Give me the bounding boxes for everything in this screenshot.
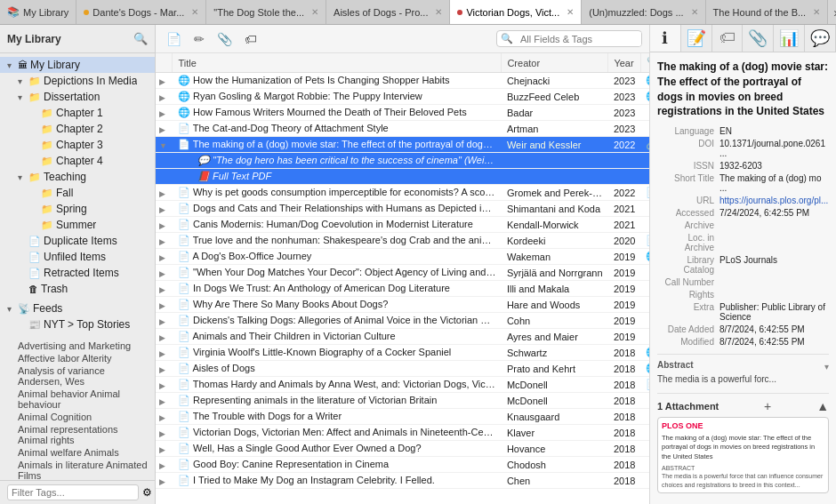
tab-overflow-btn[interactable]: › [828,5,836,20]
tag-item[interactable]: Animal welfare Animals [0,446,155,459]
tree-toggle[interactable]: ▾ [18,92,28,102]
row-title[interactable]: 📄 Thomas Hardy and Animals by Anna West,… [173,377,502,393]
table-row[interactable]: ▶ 📄 Dickens's Talking Dogs: Allegories o… [156,313,649,329]
table-row[interactable]: ▶ 📄 Dogs and Cats and Their Relationship… [156,201,649,217]
row-expand[interactable]: ▶ [156,265,173,281]
table-row[interactable]: ▶ 📄 Thomas Hardy and Animals by Anna Wes… [156,377,649,393]
table-row[interactable]: ▶ 📄 Good Boy: Canine Representation in C… [156,457,649,473]
sidebar-item-chapter1[interactable]: 📁 Chapter 1 [0,105,155,121]
row-title[interactable]: 🌐 How the Humanization of Pets Is Changi… [173,73,502,89]
sidebar-item-feeds[interactable]: ▾ 📡 Feeds [0,300,155,316]
tree-toggle[interactable]: ▾ [7,60,18,70]
tab-victorian-dogs[interactable]: Victorian Dogs, Vict... ✕ [450,0,582,25]
sidebar-item-summer[interactable]: 📁 Summer [0,217,155,233]
row-expand[interactable]: ▶ [156,409,173,425]
row-title[interactable]: 📄 Virginia Woolf's Little-Known Biograph… [173,345,502,361]
filter-settings-icon[interactable]: ⚙ [142,486,152,499]
row-expand[interactable]: ▼ [156,137,173,153]
table-row[interactable]: ▶ 📄 The Cat-and-Dog Theory of Attachment… [156,121,649,137]
row-expand[interactable]: ▶ [156,185,173,201]
tab-close[interactable]: ✕ [813,7,820,17]
attachment-add-btn[interactable]: + [764,399,771,413]
sidebar-item-fall[interactable]: 📁 Fall [0,185,155,201]
row-title[interactable]: 🌐 How Famous Writers Mourned the Death o… [173,105,502,121]
table-row[interactable]: ▶ 📄 In Dogs We Trust: An Anthology of Am… [156,281,649,297]
table-row[interactable]: 📕 Full Text PDF [156,169,649,185]
row-expand[interactable]: ▶ [156,473,173,489]
table-row[interactable]: ▶ 📄 A Dog's Box-Office Journey Wakeman 2… [156,249,649,265]
row-expand[interactable]: ▶ [156,89,173,105]
table-row[interactable]: ▼ 📄 The making of a (dog) movie star: Th… [156,137,649,153]
tab-dog-stole[interactable]: "The Dog Stole the... ✕ [206,0,326,25]
table-row[interactable]: ▶ 📄 Animals and Their Children in Victor… [156,329,649,345]
sidebar-item-spring[interactable]: 📁 Spring [0,201,155,217]
row-expand[interactable]: ▶ [156,345,173,361]
row-expand[interactable]: ▶ [156,217,173,233]
row-title[interactable]: 📄 "When Your Dog Matches Your Decor": Ob… [173,265,502,281]
table-row[interactable]: ▶ 📄 Why Are There So Many Books About Do… [156,297,649,313]
row-title[interactable]: 📕 Full Text PDF [173,169,502,185]
row-expand[interactable]: ▶ [156,329,173,345]
tab-close[interactable]: ✕ [435,7,442,17]
tab-hound[interactable]: The Hound of the B... ✕ [706,0,829,25]
tab-close[interactable]: ✕ [191,7,198,17]
tab-unmuzzled[interactable]: (Un)muzzled: Dogs ... ✕ [582,0,705,25]
table-row[interactable]: ▶ 📄 True love and the nonhuman: Shakespe… [156,233,649,249]
tree-toggle[interactable]: ▾ [7,304,18,314]
row-title[interactable]: 📄 I Tried to Make My Dog an Instagram Ce… [173,473,502,489]
sidebar-item-my-library[interactable]: ▾ 🏛 My Library [0,57,155,73]
row-title[interactable]: 📄 Canis Modernis: Human/Dog Coevolution … [173,217,502,233]
table-row[interactable]: ▶ 🌐 How Famous Writers Mourned the Death… [156,105,649,121]
sidebar-item-duplicates[interactable]: 📄 Duplicate Items [0,233,155,249]
search-input[interactable] [517,32,641,46]
row-expand[interactable]: ▶ [156,377,173,393]
row-title[interactable]: 📄 Well, Has a Single Good Author Ever Ow… [173,441,502,457]
table-row[interactable]: ▶ 📄 Victorian Dogs, Victorian Men: Affec… [156,425,649,441]
table-row[interactable]: ▶ 📄 The Trouble with Dogs for a Writer K… [156,409,649,425]
table-row[interactable]: ▶ 📄 I Tried to Make My Dog an Instagram … [156,473,649,489]
row-title[interactable]: 📄 Animals and Their Children in Victoria… [173,329,502,345]
row-title[interactable]: 📄 True love and the nonhuman: Shakespear… [173,233,502,249]
sidebar-item-teaching[interactable]: ▾ 📁 Teaching [0,169,155,185]
tag-btn[interactable]: 🏷 [241,30,261,48]
tree-toggle[interactable]: ▾ [18,172,28,182]
tab-my-library[interactable]: 📚 My Library [0,0,76,25]
col-title-header[interactable]: Title [173,53,502,73]
row-expand[interactable]: ▶ [156,393,173,409]
col-year-header[interactable]: Year [608,53,640,73]
right-tab-comment[interactable]: 💬 [805,25,836,52]
info-value[interactable]: 10.1371/journal.pone.0261 ... [719,139,829,158]
sidebar-item-unfiled[interactable]: 📄 Unfiled Items [0,249,155,265]
attachment-collapse-btn[interactable]: ▲ [816,399,829,413]
new-item-btn[interactable]: 📄 [163,30,185,48]
table-row[interactable]: ▶ 📄 Aisles of Dogs Prato and Kehrt 2018 … [156,361,649,377]
row-expand[interactable]: ▶ [156,361,173,377]
row-title[interactable]: 📄 Representing animals in the literature… [173,393,502,409]
row-expand[interactable]: ▶ [156,425,173,441]
row-title[interactable]: 💬 "The dog hero has been critical to the… [173,153,502,169]
info-value[interactable]: https://journals.plos.org/pl... [719,196,829,205]
row-expand[interactable]: ▶ [156,457,173,473]
new-note-btn[interactable]: ✏ [190,30,208,48]
sidebar-item-dissertation[interactable]: ▾ 📁 Dissertation [0,89,155,105]
row-title[interactable]: 📄 The making of a (dog) movie star: The … [173,137,502,153]
right-tab-tag[interactable]: 🏷 [712,25,744,52]
row-title[interactable]: 📄 Dickens's Talking Dogs: Allegories of … [173,313,502,329]
attachment-thumbnail[interactable]: PLOS ONE The making of a (dog) movie sta… [657,417,829,492]
sidebar-item-chapter2[interactable]: 📁 Chapter 2 [0,121,155,137]
right-tab-note[interactable]: 📝 [681,25,712,52]
row-expand[interactable]: ▶ [156,249,173,265]
abstract-expand-icon[interactable]: ▾ [824,362,829,372]
row-expand[interactable]: ▶ [156,73,173,89]
row-title[interactable]: 📄 The Trouble with Dogs for a Writer [173,409,502,425]
row-title[interactable]: 📄 The Cat-and-Dog Theory of Attachment S… [173,121,502,137]
row-title[interactable]: 📄 Victorian Dogs, Victorian Men: Affect … [173,425,502,441]
tag-item[interactable]: Animals in literature Animated Films [0,459,155,480]
tab-close[interactable]: ✕ [567,7,574,17]
sidebar-item-chapter4[interactable]: 📁 Chapter 4 [0,153,155,169]
tag-item[interactable]: Advertising and Marketing [0,340,155,352]
row-expand[interactable]: ▶ [156,297,173,313]
tree-toggle[interactable]: ▾ [18,76,28,86]
col-creator-header[interactable]: Creator [502,53,608,73]
sidebar-item-nyt[interactable]: 📰 NYT > Top Stories [0,316,155,332]
